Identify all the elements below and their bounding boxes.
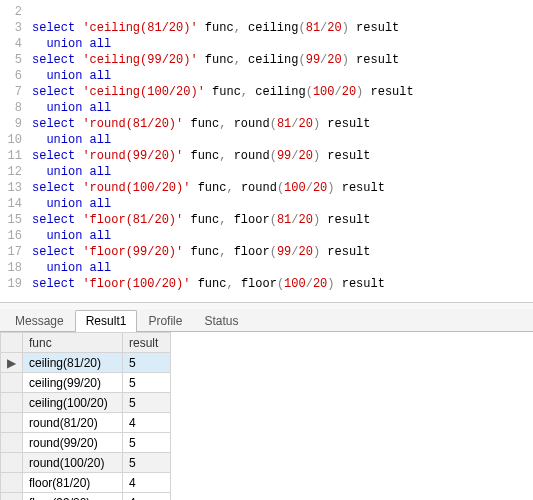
row-indicator xyxy=(1,493,23,501)
row-indicator xyxy=(1,413,23,433)
code-content[interactable]: select 'round(99/20)' func, round(99/20)… xyxy=(32,148,533,164)
line-number: 5 xyxy=(0,52,32,68)
code-line[interactable]: 8union all xyxy=(0,100,533,116)
code-content[interactable]: union all xyxy=(32,36,533,52)
code-content[interactable]: union all xyxy=(32,196,533,212)
cell-result[interactable]: 5 xyxy=(123,393,171,413)
code-line[interactable]: 17select 'floor(99/20)' func, floor(99/2… xyxy=(0,244,533,260)
code-line[interactable]: 14union all xyxy=(0,196,533,212)
code-content[interactable]: union all xyxy=(32,228,533,244)
code-content[interactable]: select 'floor(81/20)' func, floor(81/20)… xyxy=(32,212,533,228)
line-number: 9 xyxy=(0,116,32,132)
column-header-result[interactable]: result xyxy=(123,333,171,353)
code-line[interactable]: 11select 'round(99/20)' func, round(99/2… xyxy=(0,148,533,164)
code-line[interactable]: 3select 'ceiling(81/20)' func, ceiling(8… xyxy=(0,20,533,36)
cell-func[interactable]: ceiling(100/20) xyxy=(23,393,123,413)
sql-editor[interactable]: 23select 'ceiling(81/20)' func, ceiling(… xyxy=(0,0,533,303)
cell-func[interactable]: round(100/20) xyxy=(23,453,123,473)
result-grid[interactable]: funcresult▶ceiling(81/20)5ceiling(99/20)… xyxy=(0,332,171,500)
result-tabs: MessageResult1ProfileStatus xyxy=(0,309,533,332)
table-row[interactable]: round(81/20)4 xyxy=(1,413,171,433)
cell-func[interactable]: ceiling(99/20) xyxy=(23,373,123,393)
code-content[interactable]: union all xyxy=(32,132,533,148)
line-number: 13 xyxy=(0,180,32,196)
line-number: 12 xyxy=(0,164,32,180)
code-line[interactable]: 13select 'round(100/20)' func, round(100… xyxy=(0,180,533,196)
tab-status[interactable]: Status xyxy=(193,310,249,332)
code-line[interactable]: 10union all xyxy=(0,132,533,148)
row-indicator-header xyxy=(1,333,23,353)
tab-profile[interactable]: Profile xyxy=(137,310,193,332)
code-content[interactable]: union all xyxy=(32,260,533,276)
code-content[interactable]: select 'round(81/20)' func, round(81/20)… xyxy=(32,116,533,132)
table-row[interactable]: floor(99/20)4 xyxy=(1,493,171,501)
table-row[interactable]: round(99/20)5 xyxy=(1,433,171,453)
line-number: 19 xyxy=(0,276,32,292)
row-indicator xyxy=(1,453,23,473)
line-number: 10 xyxy=(0,132,32,148)
line-number: 16 xyxy=(0,228,32,244)
cell-result[interactable]: 5 xyxy=(123,373,171,393)
cell-result[interactable]: 5 xyxy=(123,453,171,473)
code-line[interactable]: 4union all xyxy=(0,36,533,52)
line-number: 4 xyxy=(0,36,32,52)
code-line[interactable]: 9select 'round(81/20)' func, round(81/20… xyxy=(0,116,533,132)
cell-result[interactable]: 5 xyxy=(123,433,171,453)
cell-result[interactable]: 4 xyxy=(123,473,171,493)
line-number: 3 xyxy=(0,20,32,36)
table-row[interactable]: round(100/20)5 xyxy=(1,453,171,473)
row-indicator xyxy=(1,393,23,413)
row-indicator xyxy=(1,433,23,453)
cell-func[interactable]: ceiling(81/20) xyxy=(23,353,123,373)
code-content[interactable] xyxy=(32,4,533,20)
code-line[interactable]: 19select 'floor(100/20)' func, floor(100… xyxy=(0,276,533,292)
code-line[interactable]: 18union all xyxy=(0,260,533,276)
code-content[interactable]: select 'ceiling(81/20)' func, ceiling(81… xyxy=(32,20,533,36)
table-row[interactable]: ceiling(99/20)5 xyxy=(1,373,171,393)
row-indicator xyxy=(1,373,23,393)
code-line[interactable]: 12union all xyxy=(0,164,533,180)
column-header-func[interactable]: func xyxy=(23,333,123,353)
code-line[interactable]: 5select 'ceiling(99/20)' func, ceiling(9… xyxy=(0,52,533,68)
cell-func[interactable]: round(81/20) xyxy=(23,413,123,433)
code-content[interactable]: select 'floor(100/20)' func, floor(100/2… xyxy=(32,276,533,292)
cell-func[interactable]: floor(81/20) xyxy=(23,473,123,493)
code-line[interactable]: 2 xyxy=(0,4,533,20)
table-row[interactable]: ▶ceiling(81/20)5 xyxy=(1,353,171,373)
code-line[interactable]: 15select 'floor(81/20)' func, floor(81/2… xyxy=(0,212,533,228)
line-number: 6 xyxy=(0,68,32,84)
code-line[interactable]: 16union all xyxy=(0,228,533,244)
line-number: 2 xyxy=(0,4,32,20)
table-row[interactable]: floor(81/20)4 xyxy=(1,473,171,493)
line-number: 14 xyxy=(0,196,32,212)
line-number: 15 xyxy=(0,212,32,228)
cell-func[interactable]: round(99/20) xyxy=(23,433,123,453)
row-indicator xyxy=(1,473,23,493)
cell-result[interactable]: 4 xyxy=(123,493,171,501)
line-number: 17 xyxy=(0,244,32,260)
results-panel: MessageResult1ProfileStatus funcresult▶c… xyxy=(0,303,533,500)
cell-result[interactable]: 4 xyxy=(123,413,171,433)
line-number: 8 xyxy=(0,100,32,116)
line-number: 7 xyxy=(0,84,32,100)
code-content[interactable]: union all xyxy=(32,164,533,180)
code-content[interactable]: select 'floor(99/20)' func, floor(99/20)… xyxy=(32,244,533,260)
code-line[interactable]: 6union all xyxy=(0,68,533,84)
code-content[interactable]: select 'ceiling(99/20)' func, ceiling(99… xyxy=(32,52,533,68)
code-line[interactable]: 7select 'ceiling(100/20)' func, ceiling(… xyxy=(0,84,533,100)
code-content[interactable]: select 'round(100/20)' func, round(100/2… xyxy=(32,180,533,196)
code-content[interactable]: union all xyxy=(32,100,533,116)
code-content[interactable]: select 'ceiling(100/20)' func, ceiling(1… xyxy=(32,84,533,100)
tab-result1[interactable]: Result1 xyxy=(75,310,138,332)
row-indicator: ▶ xyxy=(1,353,23,373)
table-row[interactable]: ceiling(100/20)5 xyxy=(1,393,171,413)
code-content[interactable]: union all xyxy=(32,68,533,84)
result-grid-wrap: funcresult▶ceiling(81/20)5ceiling(99/20)… xyxy=(0,332,533,500)
cell-result[interactable]: 5 xyxy=(123,353,171,373)
tab-message[interactable]: Message xyxy=(4,310,75,332)
line-number: 11 xyxy=(0,148,32,164)
cell-func[interactable]: floor(99/20) xyxy=(23,493,123,501)
line-number: 18 xyxy=(0,260,32,276)
